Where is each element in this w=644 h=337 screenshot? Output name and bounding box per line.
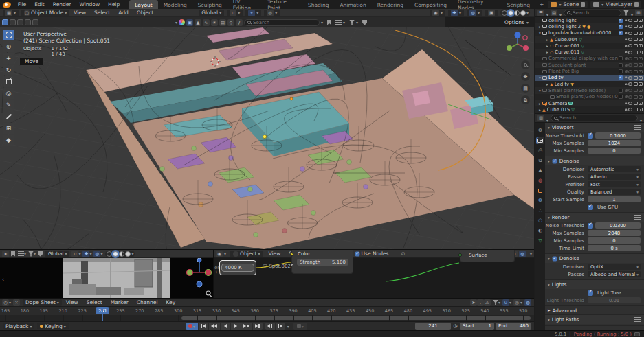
panel-header-denoise[interactable]: ▾Denoise: [545, 156, 644, 165]
color-wheel-icon[interactable]: [179, 19, 185, 25]
exclude-checkbox[interactable]: [619, 95, 623, 99]
viewport-menu-view[interactable]: View: [69, 10, 90, 16]
workspace-tab-animation[interactable]: Animation: [334, 0, 371, 9]
workspace-tab-sculpting[interactable]: Sculpting: [192, 0, 227, 9]
camera-render-preview[interactable]: ‹: [0, 258, 213, 298]
properties-search-input[interactable]: [559, 115, 634, 121]
render-disable-icon[interactable]: [639, 25, 643, 28]
workspace-tab-texture-paint[interactable]: Texture Paint: [262, 0, 302, 9]
chair[interactable]: [364, 185, 368, 189]
viewport-menu-object[interactable]: Object: [133, 10, 157, 16]
value-field[interactable]: 0: [588, 237, 641, 244]
mesh-filter-icon[interactable]: ▲: [195, 19, 201, 26]
hide-icon[interactable]: [628, 57, 632, 60]
material-shading-icon[interactable]: [119, 251, 124, 257]
menu-file[interactable]: File: [14, 1, 31, 8]
shield-icon[interactable]: [38, 251, 43, 257]
panel-checkbox[interactable]: [552, 256, 557, 261]
jump-to-start-button[interactable]: [199, 323, 208, 330]
hide-icon[interactable]: [628, 95, 632, 99]
render-disable-icon[interactable]: [639, 82, 643, 86]
selectable-icon[interactable]: [625, 51, 628, 54]
viewlayer-selector[interactable]: ViewLayer: [590, 1, 641, 8]
current-frame-field[interactable]: 241: [415, 323, 451, 330]
render-disable-icon[interactable]: [639, 19, 643, 22]
chair[interactable]: [282, 229, 287, 233]
empty-filter-icon[interactable]: ◇: [227, 19, 234, 26]
viewport-disable-icon[interactable]: [634, 102, 638, 105]
material-output-node[interactable]: Surface: [460, 250, 515, 262]
tab-view-layer[interactable]: ⧉: [536, 157, 544, 164]
preset-icon[interactable]: [634, 317, 641, 322]
material-preview-icon[interactable]: ▣: [186, 19, 193, 26]
dropdown-field[interactable]: Albedo and Normal: [588, 271, 641, 278]
outliner-row[interactable]: ▸▲Led tv▼: [535, 81, 644, 87]
render-disable-icon[interactable]: [639, 89, 643, 92]
render-disable-icon[interactable]: [639, 70, 643, 73]
window-area-icon[interactable]: [2, 19, 8, 25]
emission-node[interactable]: Color Strength 5.100: [291, 250, 353, 274]
shader-editor-icon[interactable]: ◉: [216, 251, 223, 257]
chevron-down-icon[interactable]: [287, 323, 289, 329]
chair[interactable]: [311, 211, 316, 216]
viewport-disable-icon[interactable]: [634, 108, 638, 111]
blender-logo-icon[interactable]: [3, 2, 11, 8]
viewport-disable-icon[interactable]: [634, 89, 638, 92]
solid-shading-icon[interactable]: [508, 10, 513, 16]
outliner-scene-icon[interactable]: ▤: [551, 10, 557, 16]
overlays-toggle[interactable]: ◍: [467, 10, 482, 16]
properties-tabs-icon[interactable]: ▥: [537, 115, 544, 121]
filter-funnel-icon[interactable]: [28, 251, 34, 257]
transform-orientation[interactable]: Global: [199, 10, 224, 16]
property-checkbox[interactable]: [588, 133, 593, 139]
selectable-icon[interactable]: [625, 63, 628, 67]
selectable-icon[interactable]: [625, 19, 628, 22]
exclude-checkbox[interactable]: [619, 56, 623, 60]
tab-object[interactable]: [536, 187, 544, 194]
keying-menu[interactable]: Keying: [37, 323, 68, 329]
curve-filter-icon[interactable]: ∿: [203, 19, 210, 26]
exclude-checkbox[interactable]: [619, 31, 623, 35]
window-area-icon[interactable]: [10, 19, 16, 25]
exclude-checkbox[interactable]: [619, 63, 623, 67]
outliner-row[interactable]: ▸▲Cube.004▽: [535, 36, 644, 43]
dope-menu-channel[interactable]: Channel: [133, 299, 162, 305]
solid-shading-icon[interactable]: [113, 251, 118, 257]
jump-to-end-button[interactable]: [253, 323, 263, 330]
viewport-menu-select[interactable]: Select: [90, 10, 114, 16]
hide-icon[interactable]: [628, 32, 632, 35]
dope-mode-selector[interactable]: Dope Sheet: [23, 299, 62, 306]
surface-input-socket[interactable]: [458, 253, 462, 257]
panel-header-lights[interactable]: ▾Lights: [545, 280, 644, 289]
dope-menu-select[interactable]: Select: [82, 299, 107, 305]
workspace-tab-geometry-nodes[interactable]: Geometry Nodes: [452, 0, 502, 9]
window-area-icon[interactable]: [25, 19, 31, 25]
hide-icon[interactable]: [628, 102, 632, 105]
keying-set-icon[interactable]: ◍: [524, 299, 531, 306]
menu-help[interactable]: Help: [104, 1, 124, 8]
viewport-search[interactable]: [244, 19, 320, 26]
light-object-label[interactable]: ▽ Spot.002: [263, 264, 291, 269]
viewport-disable-icon[interactable]: [634, 57, 638, 60]
snap-target[interactable]: ⌖: [245, 10, 261, 16]
light-filter-icon[interactable]: ☀: [211, 19, 218, 26]
viewport-disable-icon[interactable]: [634, 70, 638, 73]
start-frame-field[interactable]: Start1: [460, 323, 494, 330]
outliner-row[interactable]: ▸▲Cube.015▽: [535, 106, 644, 113]
exclude-checkbox[interactable]: [619, 19, 623, 23]
magnet-icon[interactable]: ∪: [71, 251, 78, 257]
panel-checkbox[interactable]: [552, 159, 557, 163]
tab-tool[interactable]: ⚙: [536, 127, 544, 134]
node-graph[interactable]: [214, 258, 534, 298]
rotate-tool[interactable]: ↻: [3, 65, 14, 75]
workspace-tab-shading[interactable]: Shading: [302, 0, 334, 9]
hide-icon[interactable]: [628, 82, 632, 86]
selectable-icon[interactable]: [625, 38, 628, 41]
proportional-editing[interactable]: ◎: [264, 10, 280, 16]
render-disable-icon[interactable]: [639, 63, 643, 67]
viewport-disable-icon[interactable]: [634, 82, 638, 86]
blackbody-node[interactable]: er 4000 K: [219, 260, 256, 275]
value-field[interactable]: 0.01: [588, 297, 641, 304]
outliner-row[interactable]: Commercial display with can: [535, 56, 644, 62]
properties-search[interactable]: [551, 115, 638, 121]
